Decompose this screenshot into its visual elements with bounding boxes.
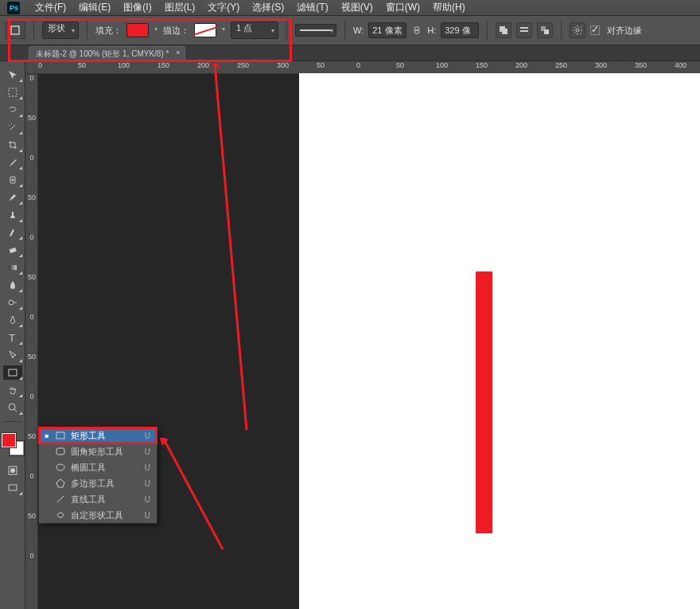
type-tool[interactable]: T [3,330,22,345]
canvas[interactable] [299,73,700,609]
fg-color-swatch[interactable] [2,433,16,447]
flyout-item-label: 多边形工具 [71,478,140,490]
menu-select[interactable]: 选择(S) [246,1,290,14]
eraser-tool[interactable] [3,243,22,257]
watermark: 查字典 教程网 jiaocheng.chazidian.com [593,586,690,606]
menu-bar: Ps 文件(F) 编辑(E) 图像(I) 图层(L) 文字(Y) 选择(S) 滤… [0,0,700,16]
svg-point-17 [9,404,15,410]
menu-edit[interactable]: 编辑(E) [72,1,117,14]
flyout-item-key: U [145,463,150,472]
svg-marker-24 [56,479,64,487]
align-icon[interactable] [516,22,532,38]
flyout-item-key: U [145,447,150,456]
eyedropper-tool[interactable] [3,155,22,170]
healing-tool[interactable] [3,173,22,187]
screenmode-icon[interactable] [3,481,22,495]
svg-rect-21 [56,432,64,439]
menu-layer[interactable]: 图层(L) [158,1,202,14]
flyout-item-label: 圆角矩形工具 [71,446,140,458]
pathop-combine-icon[interactable] [496,22,511,38]
menu-window[interactable]: 窗口(W) [379,1,426,14]
flyout-rounded-rect-tool[interactable]: 圆角矩形工具 U [39,443,157,459]
quickmask-icon[interactable] [3,463,22,478]
svg-line-25 [57,496,64,502]
flyout-ellipse-tool[interactable]: 椭圆工具 U [39,459,157,475]
active-tool-indicator[interactable] [5,21,25,39]
options-bar: 形状 填充： 描边： 1 点 W: H: 对齐边缘 [0,16,700,45]
stroke-label: 描边： [163,25,189,37]
rectangle-tool[interactable] [3,365,22,380]
flyout-item-key: U [145,479,150,488]
marquee-tool[interactable] [3,85,22,100]
blur-tool[interactable] [3,278,22,292]
svg-rect-6 [520,30,528,32]
color-swatches[interactable] [2,433,24,455]
flyout-item-label: 矩形工具 [71,430,140,442]
stroke-style-dropdown[interactable] [295,24,336,37]
stroke-width-dropdown[interactable]: 1 点 [231,21,278,39]
document-tab-bar: 未标题-2 @ 100% (矩形 1, CMYK/8) * × [0,45,700,61]
menu-image[interactable]: 图像(I) [117,1,158,14]
align-edges-label: 对齐边缘 [607,25,642,37]
width-input[interactable] [368,22,406,38]
flyout-line-tool[interactable]: 直线工具 U [39,491,157,507]
svg-point-9 [576,29,579,32]
flyout-polygon-tool[interactable]: 多边形工具 U [39,475,157,491]
path-select-tool[interactable] [3,348,22,362]
svg-rect-5 [520,27,528,29]
fill-color-swatch[interactable] [126,23,149,37]
horizontal-ruler: 0501001502002503005005010015020025030035… [25,61,700,74]
stamp-tool[interactable] [3,208,22,222]
flyout-item-key: U [145,495,150,504]
move-tool[interactable] [3,68,22,82]
flyout-item-label: 直线工具 [71,494,140,506]
align-edges-checkbox[interactable] [590,25,600,35]
svg-rect-4 [502,29,508,34]
brush-tool[interactable] [3,190,22,205]
pen-tool[interactable] [3,313,22,327]
document-tab[interactable]: 未标题-2 @ 100% (矩形 1, CMYK/8) * × [29,46,185,61]
menu-file[interactable]: 文件(F) [29,1,72,14]
menu-type[interactable]: 文字(Y) [201,1,246,14]
shape-mode-dropdown[interactable]: 形状 [42,21,79,39]
dodge-tool[interactable] [3,295,22,310]
link-wh-icon[interactable] [411,25,422,36]
svg-rect-8 [544,29,549,34]
stroke-color-swatch[interactable] [194,23,216,37]
watermark-sub: jiaocheng.chazidian.com [593,597,690,606]
hand-tool[interactable] [3,383,22,397]
zoom-tool[interactable] [3,400,22,415]
svg-rect-22 [56,448,64,455]
flyout-item-label: 椭圆工具 [71,462,140,474]
rectangle-icon [55,430,66,441]
width-label: W: [353,25,364,35]
fill-label: 填充： [95,25,122,37]
flyout-item-label: 自定形状工具 [71,509,140,521]
menu-view[interactable]: 视图(V) [335,1,379,14]
shape-tool-flyout: ■ 矩形工具 U 圆角矩形工具 U 椭圆工具 U 多边形工具 U 直线工具 U … [38,427,158,524]
svg-point-23 [56,464,64,470]
canvas-background [38,74,700,609]
menu-filter[interactable]: 滤镜(T) [290,1,334,14]
vertical-ruler: 0500500500500500500 [25,74,38,609]
flyout-item-key: U [145,511,150,520]
flyout-custom-shape-tool[interactable]: 自定形状工具 U [39,507,157,523]
app-logo: Ps [5,2,22,14]
magic-wand-tool[interactable] [3,120,22,135]
lasso-tool[interactable] [3,103,22,117]
height-input[interactable] [441,22,479,38]
history-brush-tool[interactable] [3,225,22,240]
gradient-tool[interactable] [3,260,22,275]
arrange-icon[interactable] [537,22,553,38]
crop-tool[interactable] [3,138,22,152]
close-tab-icon[interactable]: × [176,49,180,57]
gear-icon[interactable] [570,22,585,38]
svg-point-19 [10,468,15,473]
svg-rect-10 [9,88,17,96]
svg-point-14 [9,300,14,305]
drawn-rectangle-shape[interactable] [476,271,492,533]
line-icon [55,494,66,505]
custom-shape-icon [55,509,66,521]
menu-help[interactable]: 帮助(H) [426,1,472,14]
flyout-rectangle-tool[interactable]: ■ 矩形工具 U [39,427,157,443]
